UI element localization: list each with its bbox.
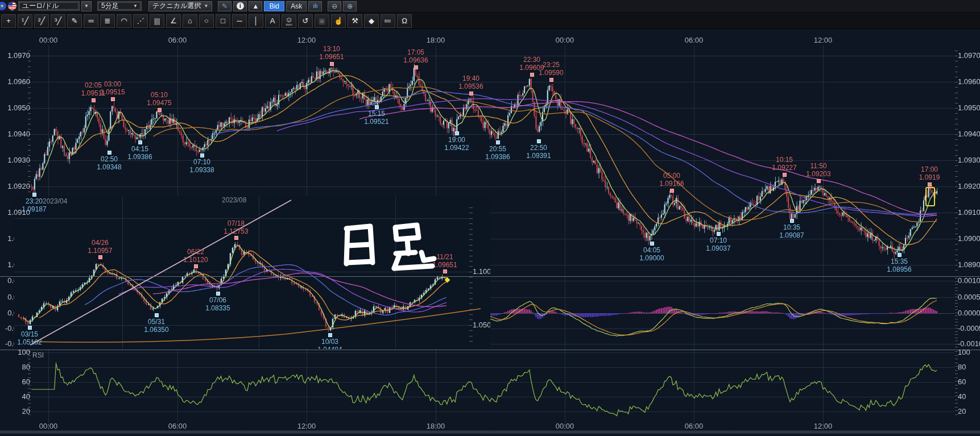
trendline-3-tool[interactable]: ³╱ <box>51 14 65 28</box>
timeframe-selector[interactable]: 5分足 ▼ <box>97 1 142 11</box>
vertical-line-tool-icon: │ <box>254 17 258 24</box>
fx-trading-app: ★ ユーロ/ドル ▼ 5分足 ▼ テクニカル選択 ▼ ✎ i ▲ Bid <box>0 0 980 436</box>
settings-tool-icon: ⚒ <box>352 17 358 24</box>
pentagon-tool[interactable]: ⌂ <box>183 14 197 28</box>
magnet-tool-icon: Ω <box>402 17 407 24</box>
bid-toggle-button[interactable]: Bid <box>264 1 284 11</box>
chevron-down-icon: ▼ <box>84 3 89 9</box>
gann-fan-tool-icon: ∠ <box>170 17 177 24</box>
rectangle-tool-icon: □ <box>221 17 225 24</box>
candle-chart-button[interactable]: ılı <box>308 1 322 11</box>
copy-tool[interactable]: ▣ <box>315 14 329 28</box>
marker-pen-tool[interactable]: ✎ <box>67 14 82 28</box>
pair-selector-value: ユーロ/ドル <box>22 1 59 11</box>
eur-flag-icon: ★ <box>0 2 6 10</box>
zoom-in-button[interactable]: ⊕ <box>343 1 357 11</box>
time-zones-tool-icon: ||| <box>154 17 160 24</box>
trendline-3-tool-icon: ³╱ <box>55 17 61 24</box>
drawing-toolbar: +¹╱²╱³╱✎═≣◠⋰|||∠⌂○□─│A☺icon↺▣☝⚒◆≔Ω <box>0 13 980 29</box>
pair-dropdown-button[interactable]: ▼ <box>81 1 92 11</box>
rectangle-tool[interactable]: □ <box>216 14 230 28</box>
multi-lines-tool[interactable]: ≣ <box>100 14 115 28</box>
history-tool-icon: ↺ <box>303 17 309 24</box>
trendline-1-tool[interactable]: ¹╱ <box>18 14 32 28</box>
zoom-out-icon: ⊖ <box>332 2 337 10</box>
icon-stamp-tool[interactable]: ☺icon <box>282 14 296 28</box>
indicator-settings-tool-icon: ≔ <box>384 17 392 24</box>
parallel-lines-tool[interactable]: ═ <box>84 14 98 28</box>
horizontal-line-tool-icon: ─ <box>237 17 242 24</box>
time-zones-tool[interactable]: ||| <box>150 14 164 28</box>
crosshair-tool[interactable]: + <box>1 14 16 28</box>
trendline-2-tool-icon: ²╱ <box>38 17 45 24</box>
hand-tool[interactable]: ☝ <box>331 14 346 28</box>
handwritten-daily-note <box>338 221 438 275</box>
candle-chart-icon: ılı <box>313 3 317 9</box>
chevron-down-icon: ▼ <box>204 3 208 9</box>
main-toolbar: ★ ユーロ/ドル ▼ 5分足 ▼ テクニカル選択 ▼ ✎ i ▲ Bid <box>0 0 980 13</box>
fibonacci-arc-tool-icon: ◠ <box>121 17 127 24</box>
pentagon-tool-icon: ⌂ <box>188 17 192 24</box>
pair-selector[interactable]: ユーロ/ドル <box>18 1 80 11</box>
pencil-icon: ✎ <box>222 2 228 10</box>
gann-fan-tool[interactable]: ∠ <box>166 14 181 28</box>
vertical-line-tool[interactable]: │ <box>249 14 263 28</box>
magnet-tool[interactable]: Ω <box>397 14 412 28</box>
timeframe-value: 5分足 <box>101 1 119 11</box>
usd-flag-icon <box>8 2 16 10</box>
multi-lines-tool-icon: ≣ <box>105 17 111 24</box>
indicator-settings-tool[interactable]: ≔ <box>381 14 395 28</box>
text-tool[interactable]: A <box>265 14 280 28</box>
eraser-tool-icon: ◆ <box>369 17 374 24</box>
fan-lines-tool[interactable]: ⋰ <box>133 14 148 28</box>
mountain-chart-icon: ▲ <box>252 2 259 10</box>
chevron-down-icon: ▼ <box>133 3 138 9</box>
fibonacci-arc-tool[interactable]: ◠ <box>117 14 131 28</box>
technical-select-button[interactable]: テクニカル選択 ▼ <box>148 1 212 11</box>
info-button[interactable]: i <box>233 1 247 11</box>
info-icon: i <box>237 2 244 10</box>
ellipse-tool[interactable]: ○ <box>199 14 214 28</box>
draw-pencil-button[interactable]: ✎ <box>218 1 231 11</box>
chart-type-button[interactable]: ▲ <box>249 1 262 11</box>
zoom-out-button[interactable]: ⊖ <box>328 1 341 11</box>
history-tool[interactable]: ↺ <box>298 14 313 28</box>
hand-tool-icon: ☝ <box>334 17 343 24</box>
fan-lines-tool-icon: ⋰ <box>137 17 144 24</box>
settings-tool[interactable]: ⚒ <box>348 14 362 28</box>
eraser-tool[interactable]: ◆ <box>364 14 379 28</box>
horizontal-line-tool[interactable]: ─ <box>232 14 247 28</box>
text-tool-icon: A <box>270 17 275 24</box>
trendline-2-tool[interactable]: ²╱ <box>34 14 49 28</box>
parallel-lines-tool-icon: ═ <box>88 17 93 24</box>
trendline-1-tool-icon: ¹╱ <box>22 17 28 24</box>
marker-pen-tool-icon: ✎ <box>72 17 78 24</box>
ask-toggle-button[interactable]: Ask <box>286 1 307 11</box>
zoom-in-icon: ⊕ <box>347 2 353 10</box>
chart-surface[interactable] <box>0 0 980 436</box>
copy-tool-icon: ▣ <box>319 17 325 24</box>
ellipse-tool-icon: ○ <box>204 17 209 24</box>
crosshair-tool-icon: + <box>6 17 11 24</box>
